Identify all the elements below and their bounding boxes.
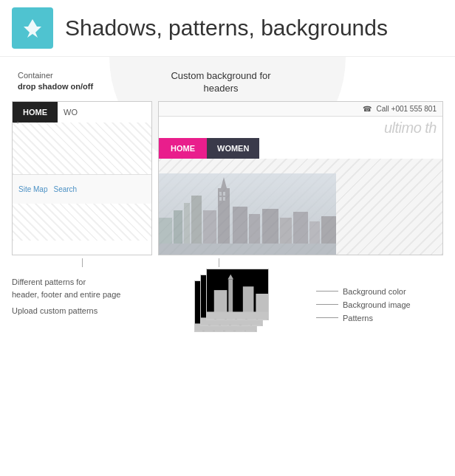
- arrow-indicator: →: [11, 117, 21, 128]
- search-link[interactable]: Search: [53, 185, 77, 193]
- annotation-line-3: [316, 317, 338, 318]
- annotation-list: Background color Background image Patter…: [316, 285, 443, 325]
- right-brand: ultimo th: [159, 117, 442, 138]
- pattern-label-1: Different patterns for header, footer an…: [12, 276, 160, 302]
- city-mini-svg-1: [207, 269, 268, 320]
- design-icon: [21, 16, 44, 40]
- screenshots-row: → HOME WO Site Map Search ☎ Call +001 55…: [0, 98, 455, 258]
- svg-marker-0: [24, 19, 41, 38]
- left-label: Container drop shadow on/off: [18, 70, 93, 95]
- svg-rect-20: [219, 197, 222, 201]
- center-label: Custom background for headers: [169, 70, 273, 95]
- right-screenshot: ☎ Call +001 555 801 ultimo th HOME WOMEN: [158, 101, 443, 255]
- right-body: [159, 159, 442, 255]
- svg-rect-21: [223, 197, 225, 201]
- phone-icon: ☎: [363, 105, 372, 113]
- left-nav: HOME WO: [13, 102, 151, 123]
- annotations-container: Background color Background image Patter…: [310, 276, 443, 335]
- labels-row: Container drop shadow on/off Custom back…: [0, 64, 455, 98]
- right-nav-home: HOME: [159, 138, 207, 159]
- annotation-line-1: [316, 291, 338, 292]
- connector-left: [82, 258, 83, 267]
- bottom-section: Different patterns for header, footer an…: [0, 267, 455, 341]
- right-nav-women: WOMEN: [207, 138, 259, 159]
- stacked-image-1: [206, 269, 269, 320]
- left-screenshot: → HOME WO Site Map Search: [12, 101, 152, 255]
- bottom-left-labels: Different patterns for header, footer an…: [12, 276, 160, 335]
- left-footer: Site Map Search: [13, 174, 151, 204]
- connector-right: [219, 258, 219, 267]
- stacked-images: [194, 269, 276, 335]
- site-map-link[interactable]: Site Map: [18, 185, 47, 193]
- annotation-item-bg-image: Background image: [316, 298, 443, 311]
- left-bottom-pattern: [13, 204, 151, 241]
- right-nav: HOME WOMEN: [159, 138, 442, 159]
- pattern-label-2: Upload custom patterns: [12, 305, 160, 318]
- image-inner-1: [207, 269, 268, 320]
- annotation-line-2: [316, 304, 338, 305]
- svg-rect-17: [159, 244, 336, 255]
- header-icon: [12, 7, 53, 49]
- annotation-item-patterns: Patterns: [316, 311, 443, 325]
- page-header: Shadows, patterns, backgrounds: [0, 0, 455, 57]
- city-skyline-svg: [159, 173, 336, 255]
- right-topbar: ☎ Call +001 555 801: [159, 102, 442, 117]
- annotation-item-bg-color: Background color: [316, 285, 443, 298]
- main-content: Container drop shadow on/off Custom back…: [0, 57, 455, 348]
- left-nav-women: WO: [58, 102, 83, 123]
- page-title: Shadows, patterns, backgrounds: [65, 15, 388, 41]
- connectors: [12, 258, 443, 267]
- left-body-pattern: [13, 123, 151, 174]
- svg-rect-42: [207, 311, 268, 319]
- svg-rect-19: [223, 192, 225, 196]
- stacked-images-container: [160, 276, 310, 335]
- svg-rect-18: [219, 192, 222, 196]
